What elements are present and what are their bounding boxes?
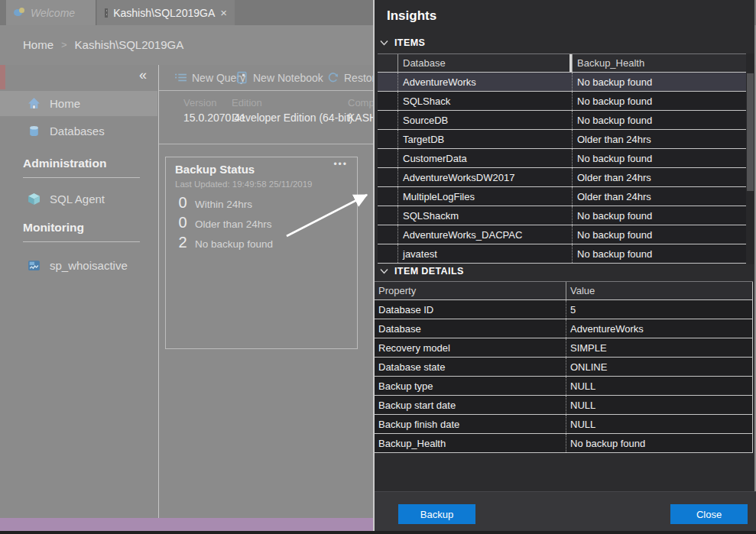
items-section-label: ITEMS [394,37,425,48]
close-panel-button[interactable]: Close [670,504,748,524]
row-gutter [378,225,397,244]
column-header-backup-health[interactable]: Backup_Health [572,54,748,72]
breadcrumb-home[interactable]: Home [23,38,54,51]
property-value: Developer Edition (64-bit) [232,112,353,124]
details-row[interactable]: Backup start dateNULL [375,396,753,415]
property-edition: Edition Developer Edition (64-bit) [232,97,353,124]
row-gutter [378,54,397,72]
database-cell: SQLShackm [397,206,572,225]
property-cell: Backup type [375,377,566,395]
database-cell: MultipleLogFiles [397,187,572,206]
restore-button[interactable]: Restore [326,71,374,84]
row-gutter [378,73,397,91]
database-cell: AdventureWorks [397,73,572,91]
database-cell: javatest [397,244,572,263]
details-row[interactable]: Database ID5 [375,300,753,319]
value-cell: AdventureWorks [566,319,753,338]
details-row[interactable]: Recovery modelSIMPLE [375,338,753,358]
stat-value: 0 [177,194,188,212]
row-gutter [378,244,397,263]
value-cell: SIMPLE [566,338,753,357]
property-cell: Database ID [375,300,566,319]
items-row[interactable]: AdventureWorks_DACPACNo backup found [378,225,748,244]
details-row[interactable]: Database stateONLINE [375,358,753,377]
column-header-property[interactable]: Property [375,282,566,299]
items-row[interactable]: SQLShackNo backup found [378,92,748,111]
database-cell: AdventureWorks_DACPAC [397,225,572,244]
value-cell: NULL [566,396,753,414]
details-row[interactable]: Backup_HealthNo backup found [375,434,753,453]
widget-more-options-icon[interactable]: ••• [333,159,348,170]
stat-label: Within 24hrs [195,199,252,210]
row-gutter [378,187,397,206]
sidebar-item-home[interactable]: Home [0,91,157,116]
column-header-database[interactable]: Database [397,54,572,72]
breadcrumb-current: Kashish\SQL2019GA [75,38,184,51]
new-notebook-button[interactable]: New Notebook [235,71,323,84]
value-cell: NULL [566,377,753,395]
sidebar-section-administration: Administration [23,157,140,178]
items-row[interactable]: CustomerDataNo backup found [378,149,748,168]
welcome-tab-icon [14,8,25,18]
items-row[interactable]: javatestNo backup found [378,244,748,264]
stat-within-24hrs: 0 Within 24hrs [177,194,252,212]
backup-health-cell: No backup found [572,206,748,225]
items-scrollbar[interactable] [746,53,754,264]
sidebar-item-sp-whoisactive[interactable]: sp_whoisactive [0,253,157,278]
items-section-header[interactable]: ITEMS [380,37,425,48]
server-properties: Version 15.0.2070.41 Edition Developer E… [159,91,374,144]
widget-title: Backup Status [175,163,255,176]
row-gutter [378,206,397,225]
backup-health-cell: No backup found [572,92,748,110]
scrollbar-thumb[interactable] [747,73,754,191]
dashboard-toolbar: New Query New Notebook Restore [159,65,374,91]
row-gutter [378,111,397,129]
chevron-down-icon [380,268,388,274]
column-header-value[interactable]: Value [566,282,753,299]
property-value: KASHISH [348,112,374,124]
items-row[interactable]: TargetDBOlder than 24hrs [378,130,748,149]
details-table-body: Database ID5DatabaseAdventureWorksRecove… [375,300,753,453]
stat-value: 0 [177,214,188,231]
restore-label: Restore [344,72,374,84]
row-gutter [378,130,397,148]
tab-welcome[interactable]: Welcome [6,0,96,25]
sidebar-item-label: SQL Agent [50,193,105,206]
property-cell: Backup finish date [375,415,566,433]
stat-label: Older than 24hrs [195,218,272,230]
tab-server-dashboard[interactable]: Kashish\SQL2019GA × [97,0,235,25]
details-row[interactable]: DatabaseAdventureWorks [375,319,753,338]
items-row[interactable]: AdventureWorksNo backup found [378,73,748,92]
breadcrumb-separator-icon: > [61,38,67,51]
details-row[interactable]: Backup typeNULL [375,377,753,396]
backup-health-cell: No backup found [572,73,748,91]
details-row[interactable]: Backup finish dateNULL [375,415,753,434]
database-icon [28,125,41,138]
property-cell: Database state [375,358,566,376]
items-row[interactable]: SQLShackmNo backup found [378,206,748,225]
backup-health-cell: No backup found [572,244,748,263]
backup-status-widget: Backup Status ••• Last Updated: 19:49:58… [165,157,358,349]
app-window: Welcome Kashish\SQL2019GA × Home > Kashi… [0,0,756,534]
value-cell: ONLINE [566,358,753,376]
sidebar-item-databases[interactable]: Databases [0,118,157,144]
stat-no-backup-found: 2 No backup found [177,234,273,251]
property-label: Edition [232,97,353,108]
sidebar-item-label: Home [50,97,80,110]
items-row[interactable]: SourceDBNo backup found [378,111,748,130]
sidebar-item-sql-agent[interactable]: SQL Agent [0,186,157,212]
stat-label: No backup found [195,238,273,250]
tab-welcome-label: Welcome [31,7,75,19]
property-cell: Backup start date [375,396,566,414]
close-tab-icon[interactable]: × [220,7,227,18]
database-cell: AdventureWorksDW2017 [397,168,572,186]
item-details-section-header[interactable]: ITEM DETAILS [380,266,464,277]
collapse-sidebar-icon[interactable]: « [139,67,147,83]
sql-agent-icon [28,193,41,206]
item-details-table: Property Value Database ID5DatabaseAdven… [375,281,753,453]
items-row[interactable]: AdventureWorksDW2017Older than 24hrs [378,168,748,187]
chevron-down-icon [380,40,388,46]
items-row[interactable]: MultipleLogFilesOlder than 24hrs [378,187,748,206]
row-gutter [378,168,397,186]
backup-action-button[interactable]: Backup [398,504,475,524]
